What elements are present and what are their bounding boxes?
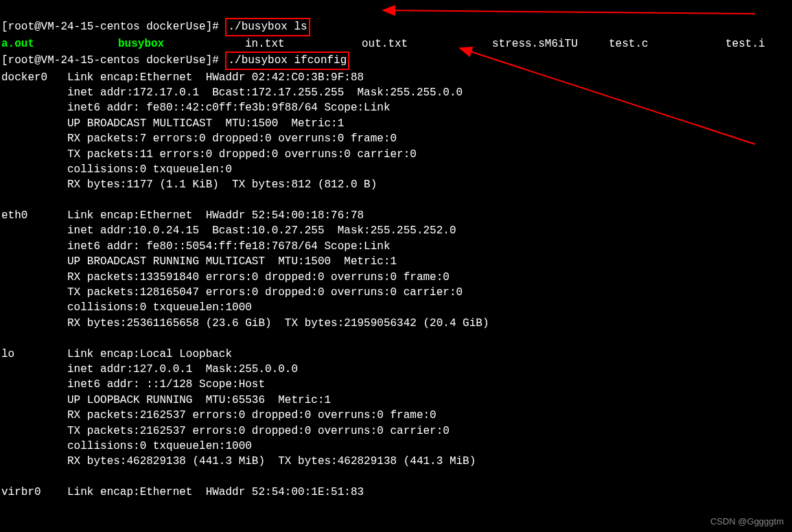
ls-file: test.i: [725, 36, 780, 51]
ifconfig-docker0: docker0 Link encap:Ethernet HWaddr 02:42…: [1, 70, 791, 193]
ifconfig-lo: lo Link encap:Local Loopback inet addr:1…: [1, 347, 791, 470]
terminal-output: [root@VM-24-15-centos dockerUse]# ./busy…: [0, 0, 792, 518]
watermark: CSDN @Gggggtm: [710, 516, 784, 528]
ls-file: a.out: [1, 36, 118, 51]
ifconfig-eth0: eth0 Link encap:Ethernet HWaddr 52:54:00…: [1, 208, 791, 331]
highlight-cmd-ifconfig: ./busybox ifconfig: [225, 51, 349, 69]
ls-file: out.txt: [362, 36, 492, 51]
prompt-1: [root@VM-24-15-centos dockerUse]#: [1, 21, 225, 33]
highlight-cmd-ls: ./busybox ls: [225, 18, 310, 36]
ifconfig-virbr0: virbr0 Link encap:Ethernet HWaddr 52:54:…: [1, 485, 791, 500]
ls-file: stress.sM6iTU: [492, 36, 609, 51]
ls-file: test.c: [609, 36, 725, 51]
ls-file: busybox: [118, 36, 245, 51]
ls-file: in.txt: [245, 36, 362, 51]
prompt-2: [root@VM-24-15-centos dockerUse]#: [1, 54, 225, 67]
ls-output: a.outbusyboxin.txtout.txtstress.sM6iTUte…: [1, 38, 780, 50]
